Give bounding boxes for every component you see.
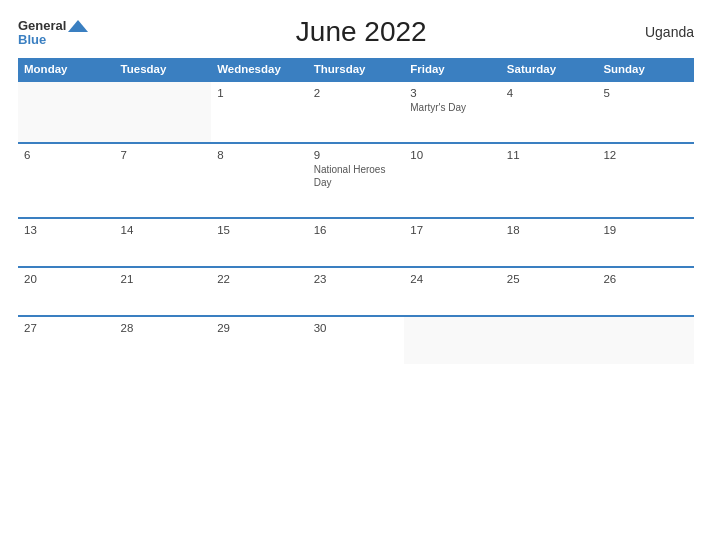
- calendar-cell: [501, 316, 598, 364]
- calendar-cell: 29: [211, 316, 308, 364]
- calendar-cell: 2: [308, 81, 405, 143]
- calendar-cell: [404, 316, 501, 364]
- day-number: 5: [603, 87, 688, 99]
- day-number: 7: [121, 149, 206, 161]
- logo-general-text: General: [18, 19, 66, 32]
- day-number: 8: [217, 149, 302, 161]
- calendar-cell: 27: [18, 316, 115, 364]
- week-row-2: 6789National Heroes Day101112: [18, 143, 694, 218]
- header-friday: Friday: [404, 58, 501, 81]
- logo-blue-text: Blue: [18, 33, 46, 46]
- calendar-cell: 26: [597, 267, 694, 316]
- header-monday: Monday: [18, 58, 115, 81]
- calendar-cell: 7: [115, 143, 212, 218]
- header-saturday: Saturday: [501, 58, 598, 81]
- calendar-cell: 13: [18, 218, 115, 267]
- day-number: 30: [314, 322, 399, 334]
- calendar-cell: 11: [501, 143, 598, 218]
- country-label: Uganda: [634, 24, 694, 40]
- day-number: 6: [24, 149, 109, 161]
- calendar-cell: [115, 81, 212, 143]
- day-number: 24: [410, 273, 495, 285]
- day-number: 2: [314, 87, 399, 99]
- day-number: 11: [507, 149, 592, 161]
- day-number: 29: [217, 322, 302, 334]
- header-tuesday: Tuesday: [115, 58, 212, 81]
- day-number: 14: [121, 224, 206, 236]
- day-number: 19: [603, 224, 688, 236]
- svg-marker-0: [68, 20, 88, 32]
- header-wednesday: Wednesday: [211, 58, 308, 81]
- calendar-cell: 23: [308, 267, 405, 316]
- day-number: 27: [24, 322, 109, 334]
- header-sunday: Sunday: [597, 58, 694, 81]
- week-row-4: 20212223242526: [18, 267, 694, 316]
- day-number: 25: [507, 273, 592, 285]
- calendar-page: General Blue June 2022 Uganda Monday Tue…: [0, 0, 712, 550]
- week-row-5: 27282930: [18, 316, 694, 364]
- day-number: 13: [24, 224, 109, 236]
- day-number: 12: [603, 149, 688, 161]
- calendar-cell: 16: [308, 218, 405, 267]
- calendar-cell: 22: [211, 267, 308, 316]
- day-number: 9: [314, 149, 399, 161]
- logo-flag-icon: [68, 19, 88, 33]
- day-number: 10: [410, 149, 495, 161]
- calendar-cell: 14: [115, 218, 212, 267]
- calendar-cell: 8: [211, 143, 308, 218]
- day-number: 3: [410, 87, 495, 99]
- calendar-table: Monday Tuesday Wednesday Thursday Friday…: [18, 58, 694, 364]
- calendar-cell: 15: [211, 218, 308, 267]
- day-number: 26: [603, 273, 688, 285]
- calendar-cell: 18: [501, 218, 598, 267]
- calendar-cell: 1: [211, 81, 308, 143]
- day-number: 20: [24, 273, 109, 285]
- calendar-cell: 21: [115, 267, 212, 316]
- header: General Blue June 2022 Uganda: [18, 16, 694, 48]
- holiday-label: Martyr's Day: [410, 101, 495, 114]
- day-number: 21: [121, 273, 206, 285]
- calendar-cell: 28: [115, 316, 212, 364]
- calendar-cell: 3Martyr's Day: [404, 81, 501, 143]
- day-number: 1: [217, 87, 302, 99]
- calendar-cell: 25: [501, 267, 598, 316]
- holiday-label: National Heroes Day: [314, 163, 399, 189]
- day-number: 23: [314, 273, 399, 285]
- calendar-cell: 10: [404, 143, 501, 218]
- logo: General Blue: [18, 19, 88, 46]
- day-number: 4: [507, 87, 592, 99]
- calendar-cell: 30: [308, 316, 405, 364]
- calendar-cell: 20: [18, 267, 115, 316]
- weekday-header-row: Monday Tuesday Wednesday Thursday Friday…: [18, 58, 694, 81]
- day-number: 17: [410, 224, 495, 236]
- calendar-cell: 24: [404, 267, 501, 316]
- calendar-cell: 12: [597, 143, 694, 218]
- day-number: 18: [507, 224, 592, 236]
- week-row-1: 123Martyr's Day45: [18, 81, 694, 143]
- month-title: June 2022: [88, 16, 634, 48]
- week-row-3: 13141516171819: [18, 218, 694, 267]
- calendar-cell: 19: [597, 218, 694, 267]
- calendar-cell: 17: [404, 218, 501, 267]
- day-number: 22: [217, 273, 302, 285]
- day-number: 16: [314, 224, 399, 236]
- header-thursday: Thursday: [308, 58, 405, 81]
- day-number: 28: [121, 322, 206, 334]
- calendar-cell: 4: [501, 81, 598, 143]
- day-number: 15: [217, 224, 302, 236]
- calendar-cell: 9National Heroes Day: [308, 143, 405, 218]
- calendar-cell: [18, 81, 115, 143]
- calendar-cell: 5: [597, 81, 694, 143]
- calendar-cell: [597, 316, 694, 364]
- calendar-cell: 6: [18, 143, 115, 218]
